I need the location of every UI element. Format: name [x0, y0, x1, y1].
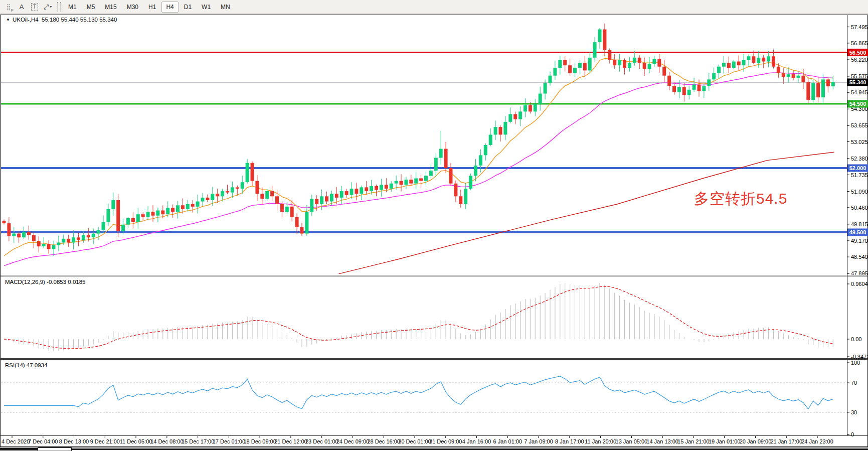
timeframe-button-h4[interactable]: H4: [161, 2, 178, 13]
time-tick-label: 17 Dec 01:00: [213, 438, 245, 444]
time-tick-label: 19 Jan 01:00: [709, 438, 741, 444]
candle-body: [657, 59, 661, 66]
timeframe-button-mn[interactable]: MN: [216, 2, 235, 13]
macd-name: MACD(12,26,9): [5, 279, 45, 285]
timeframe-button-m30[interactable]: M30: [122, 2, 143, 13]
macd-axis-label: -0.3473: [851, 354, 868, 360]
candle-body: [186, 204, 190, 209]
timeframe-button-m15[interactable]: M15: [100, 2, 121, 13]
drawing-tools-icon[interactable]: ⤢▾: [42, 2, 53, 13]
candle-body: [717, 67, 721, 73]
price-tick-label: 51.735: [851, 172, 868, 178]
candle-body: [524, 105, 527, 112]
candlestick-series[interactable]: [3, 24, 835, 256]
horizontal-scrollbar[interactable]: [0, 448, 868, 451]
timeframe-button-m5[interactable]: M5: [82, 2, 100, 13]
collapse-triangle-icon[interactable]: ▼: [6, 18, 10, 22]
candle-body: [782, 73, 785, 77]
candle-body: [102, 222, 105, 230]
text-label-icon[interactable]: A: [16, 2, 27, 13]
chart-title: ▼UKOil-,H4 55.180 55.440 55.130 55.340: [6, 17, 117, 23]
candle-body: [469, 176, 472, 189]
candle-body: [265, 191, 269, 199]
candle-body: [549, 76, 552, 83]
candle-body: [508, 114, 512, 121]
candle-body: [677, 87, 681, 92]
candle-body: [643, 63, 646, 69]
price-tick-label: 50.460: [851, 205, 868, 211]
candle-body: [360, 187, 363, 194]
candle-body: [444, 149, 448, 168]
timeframe-button-m1[interactable]: M1: [64, 2, 81, 13]
candle-body: [747, 56, 751, 60]
timeframe-button-d1[interactable]: D1: [180, 2, 196, 13]
candle-body: [97, 230, 100, 234]
time-tick-label: 8 Jan 17:00: [555, 438, 584, 444]
candle-body: [181, 205, 185, 209]
candle-body: [42, 244, 46, 246]
candle-body: [578, 63, 582, 68]
price-tick-label: 56.220: [851, 57, 868, 63]
candle-body: [290, 207, 294, 217]
price-badge-label: 55.340: [849, 79, 866, 85]
candle-body: [57, 242, 60, 245]
rsi-pane[interactable]: 10070300: [1, 360, 860, 437]
candle-body: [806, 82, 810, 100]
candle-body: [365, 187, 368, 191]
candle-body: [12, 234, 16, 236]
scrollbar-track-right[interactable]: [72, 448, 868, 450]
candle-body: [231, 187, 234, 192]
candle-body: [459, 196, 462, 204]
candle-body: [553, 68, 557, 75]
text-tool-icon[interactable]: T: [29, 2, 40, 13]
candle-body: [573, 68, 577, 73]
scrollbar-track-left[interactable]: [0, 448, 38, 450]
candle-body: [171, 208, 175, 212]
candle-body: [47, 244, 51, 249]
price-tick-label: 51.090: [851, 189, 868, 195]
candle-body: [826, 79, 830, 86]
macd-pane[interactable]: 0.96040.00-0.3473: [4, 281, 868, 360]
candle-body: [732, 62, 736, 68]
time-tick-label: 6 Jan 01:00: [493, 438, 523, 444]
time-tick-label: 24 Dec 09:00: [336, 438, 369, 444]
chart-annotation-text: 多空转折54.5: [694, 189, 787, 209]
timeframe-button-h1[interactable]: H1: [144, 2, 160, 13]
candle-body: [211, 194, 214, 200]
candle-body: [757, 58, 760, 63]
slow-ma-line: [339, 152, 834, 274]
candle-body: [503, 122, 507, 135]
candle-body: [767, 56, 770, 61]
grid-f-icon[interactable]: ⣿F: [3, 2, 14, 13]
time-tick-label: 11 Dec 05:00: [120, 438, 152, 444]
time-tick-label: 15 Jan 21:00: [677, 438, 710, 444]
rsi-axis-label: 70: [851, 380, 857, 386]
candle-body: [126, 218, 130, 225]
candle-body: [474, 166, 477, 176]
candle-body: [762, 58, 765, 62]
medium-ma-line: [4, 73, 833, 265]
candle-body: [628, 63, 631, 68]
macd-axis-label: 0.9604: [851, 281, 868, 287]
candle-body: [588, 58, 592, 71]
candle-body: [131, 218, 135, 222]
scrollbar-thumb[interactable]: [38, 448, 72, 451]
timeframe-button-w1[interactable]: W1: [197, 2, 215, 13]
time-tick-label: 21 Jan 17:00: [770, 438, 802, 444]
chart-canvas[interactable]: 57.49556.86556.22055.57554.94554.30053.6…: [0, 0, 868, 451]
candle-body: [345, 191, 349, 195]
dropdown-caret-icon[interactable]: ▾: [50, 5, 52, 9]
candle-body: [355, 189, 358, 194]
candle-body: [608, 50, 611, 60]
time-axis[interactable]: 4 Dec 20207 Dec 04:008 Dec 13:009 Dec 21…: [2, 436, 833, 444]
time-tick-label: 14 Dec 08:00: [150, 438, 183, 444]
price-tick-label: 47.895: [851, 270, 868, 276]
candle-body: [390, 184, 393, 189]
candle-body: [315, 199, 318, 204]
candle-body: [335, 194, 338, 198]
chart-frame: [0, 15, 868, 447]
candle-body: [558, 60, 562, 68]
candle-body: [638, 58, 641, 63]
ohlc-values: 55.180 55.440 55.130 55.340: [42, 17, 117, 23]
price-axis[interactable]: 57.49556.86556.22055.57554.94554.30053.6…: [847, 24, 868, 277]
